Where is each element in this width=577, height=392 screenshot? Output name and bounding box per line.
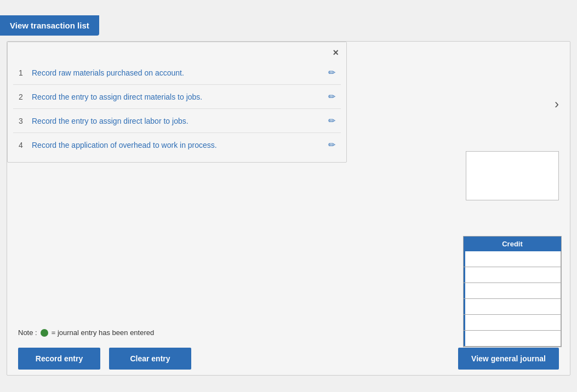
view-general-journal-button[interactable]: View general journal: [458, 348, 559, 370]
note-prefix: Note :: [18, 328, 37, 337]
green-dot-icon: [41, 329, 48, 337]
clear-entry-button[interactable]: Clear entry: [109, 348, 191, 370]
table-cell[interactable]: [464, 267, 561, 283]
table-cell[interactable]: [464, 251, 561, 267]
list-item[interactable]: 2 Record the entry to assign direct mate…: [13, 85, 341, 109]
item-number: 2: [19, 93, 32, 101]
item-text: Record the application of overhead to wo…: [32, 141, 328, 149]
list-item[interactable]: 1 Record raw materials purchased on acco…: [13, 61, 341, 85]
item-text: Record the entry to assign direct labor …: [32, 117, 328, 125]
white-box: [466, 151, 559, 200]
edit-icon[interactable]: ✏: [328, 116, 335, 126]
item-number: 4: [19, 141, 32, 149]
view-transaction-list-tab[interactable]: View transaction list: [0, 15, 99, 36]
main-container: × 1 Record raw materials purchased on ac…: [7, 41, 570, 376]
transaction-list: 1 Record raw materials purchased on acco…: [8, 61, 346, 157]
edit-icon[interactable]: ✏: [328, 91, 335, 102]
table-cell[interactable]: [464, 299, 561, 314]
item-text: Record raw materials purchased on accoun…: [32, 68, 328, 77]
credit-header: Credit: [464, 237, 561, 251]
close-button[interactable]: ×: [333, 48, 339, 57]
item-number: 1: [19, 68, 32, 77]
note-area: Note : = journal entry has been entered: [7, 323, 570, 342]
buttons-area: Record entry Clear entry View general jo…: [7, 348, 570, 370]
item-text: Record the entry to assign direct materi…: [32, 93, 328, 101]
dropdown-panel: × 1 Record raw materials purchased on ac…: [7, 42, 347, 163]
edit-icon[interactable]: ✏: [328, 140, 335, 150]
chevron-right-icon[interactable]: ›: [555, 96, 559, 112]
list-item[interactable]: 4 Record the application of overhead to …: [13, 133, 341, 157]
item-number: 3: [19, 117, 32, 125]
table-cell[interactable]: [464, 283, 561, 298]
edit-icon[interactable]: ✏: [328, 67, 335, 78]
note-suffix: = journal entry has been entered: [52, 328, 155, 337]
list-item[interactable]: 3 Record the entry to assign direct labo…: [13, 109, 341, 133]
record-entry-button[interactable]: Record entry: [18, 348, 100, 370]
dropdown-header: ×: [8, 42, 346, 61]
